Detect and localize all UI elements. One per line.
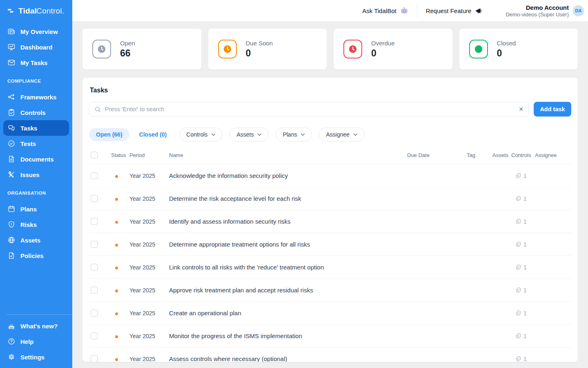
due-soon-clock-icon [218,40,237,58]
table-row[interactable]: Year 2025 Approve risk treatment plan an… [89,278,571,301]
task-name[interactable]: Link controls to all risks with the 'red… [161,264,407,271]
select-all-checkbox[interactable] [91,152,98,159]
account-menu[interactable]: Demo Account Demo-videos (Super User) DA [506,4,584,18]
controls-count: 1 [523,333,527,339]
sidebar-item-settings[interactable]: Settings [3,349,69,365]
ask-tidalbot-button[interactable]: Ask TidalBot [362,7,408,15]
task-name[interactable]: Create an operational plan [161,310,407,316]
brand-logo[interactable]: TidalControl. [0,0,72,22]
stat-value: 0 [246,48,273,59]
stat-value: 66 [120,48,135,59]
table-row[interactable]: Year 2025 Create an operational plan 1 [89,301,571,324]
controls-copy-icon [515,218,521,224]
clear-search-icon[interactable]: ✕ [519,106,523,112]
task-name[interactable]: Determine appropriate treatment options … [161,241,407,248]
task-name[interactable]: Assess controls where necessary (optiona… [161,355,407,362]
stat-label: Open [120,40,135,47]
controls-copy-icon [515,264,521,270]
sidebar-item-controls[interactable]: Controls [3,105,69,120]
request-feature-button[interactable]: Request Feature [426,7,483,15]
avatar[interactable]: DA [573,5,584,16]
sidebar-item-assets[interactable]: Assets [3,232,69,248]
row-checkbox[interactable] [91,218,98,225]
sidebar-item-help[interactable]: Help [3,334,69,349]
stat-card-open[interactable]: Open 66 [82,29,201,70]
task-name[interactable]: Monitor the progress of the ISMS impleme… [161,332,407,339]
add-task-button[interactable]: Add task [534,102,571,117]
robot-icon [400,7,408,15]
task-period: Year 2025 [121,173,161,179]
filter-assets-dropdown[interactable]: Assets [229,128,269,141]
table-row[interactable]: Year 2025 Determine appropriate treatmen… [89,233,571,256]
status-dot [115,289,118,292]
tasks-title: Tasks [90,87,571,94]
tab-closed[interactable]: Closed (0) [134,128,173,141]
sidebar-item-my-tasks[interactable]: My Tasks [3,55,69,70]
controls-count: 1 [523,264,527,271]
closed-circle-icon [469,40,488,58]
sidebar-item-policies[interactable]: Policies [3,248,69,263]
tools-icon [7,171,16,179]
table-row[interactable]: Year 2025 Link controls to all risks wit… [89,256,571,278]
task-name[interactable]: Identify and assess information security… [161,218,407,225]
sidebar-divider [7,314,72,315]
tab-open[interactable]: Open (66) [89,128,129,141]
row-checkbox[interactable] [91,264,98,271]
controls-copy-icon [515,356,521,362]
status-dot [115,175,118,178]
stat-value: 0 [497,48,516,59]
overdue-clock-icon [343,40,362,58]
task-name[interactable]: Approve risk treatment plan and accept r… [161,287,407,294]
clipboard-check-icon [7,108,16,117]
row-checkbox[interactable] [91,195,98,202]
sidebar-item-label: Assets [20,237,40,244]
table-row[interactable]: Year 2025 Determine the risk acceptance … [89,187,571,210]
sidebar-item-documents[interactable]: Documents [3,151,69,167]
filter-controls-dropdown[interactable]: Controls [179,128,223,141]
account-name: Demo Account [506,4,569,11]
sidebar-item-label: My Tasks [20,59,47,66]
task-period: Year 2025 [121,218,161,225]
table-row[interactable]: Year 2025 Assess controls where necessar… [89,347,571,362]
chat-bubbles-icon [7,124,16,132]
sidebar-item-frameworks[interactable]: Frameworks [3,89,69,105]
search-input[interactable] [105,106,515,112]
chevron-down-icon [211,133,216,136]
sidebar-item-risks[interactable]: Risks [3,217,69,232]
sidebar-item-whats-new[interactable]: What's new? [3,318,69,334]
task-name[interactable]: Determine the risk acceptance level for … [161,195,407,202]
table-row[interactable]: Year 2025 Identify and assess informatio… [89,210,571,233]
column-controls: Controls [511,152,535,158]
column-assets: Assets [492,152,511,158]
stat-card-due-soon[interactable]: Due Soon 0 [208,29,327,70]
row-checkbox[interactable] [91,287,98,294]
filter-row: Open (66) Closed (0) Controls Assets Pla… [89,128,571,141]
task-name[interactable]: Acknowledge the information security pol… [161,172,407,179]
sidebar-item-tests[interactable]: Tests [3,136,69,151]
row-checkbox[interactable] [91,332,98,339]
sidebar-item-my-overview[interactable]: My Overview [3,24,69,39]
account-subtitle: Demo-videos (Super User) [506,11,569,18]
request-feature-label: Request Feature [426,7,472,14]
filter-plans-dropdown[interactable]: Plans [276,128,312,141]
sidebar-item-dashboard[interactable]: Dashboard [3,39,69,55]
sidebar-item-label: Controls [20,109,46,116]
table-row[interactable]: Year 2025 Monitor the progress of the IS… [89,324,571,347]
sidebar-item-tasks[interactable]: Tasks [3,120,69,136]
sidebar-item-plans[interactable]: Plans [3,201,69,217]
stat-card-overdue[interactable]: Overdue 0 [334,29,452,70]
shield-exclamation-icon [7,220,16,229]
row-checkbox[interactable] [91,355,98,362]
search-box[interactable]: ✕ [89,102,529,117]
task-period: Year 2025 [121,241,161,248]
sidebar-item-issues[interactable]: Issues [3,167,69,182]
table-row[interactable]: Year 2025 Acknowledge the information se… [89,164,571,187]
row-checkbox[interactable] [91,310,98,316]
stat-card-closed[interactable]: Closed 0 [459,29,578,70]
tasks-panel: Tasks ✕ Add task Open (66) Closed (0) Co… [82,78,578,362]
row-checkbox[interactable] [91,172,98,179]
stat-value: 0 [371,48,395,59]
sidebar-item-label: Tasks [20,125,37,132]
row-checkbox[interactable] [91,241,98,248]
filter-assignee-dropdown[interactable]: Assignee [319,128,365,141]
